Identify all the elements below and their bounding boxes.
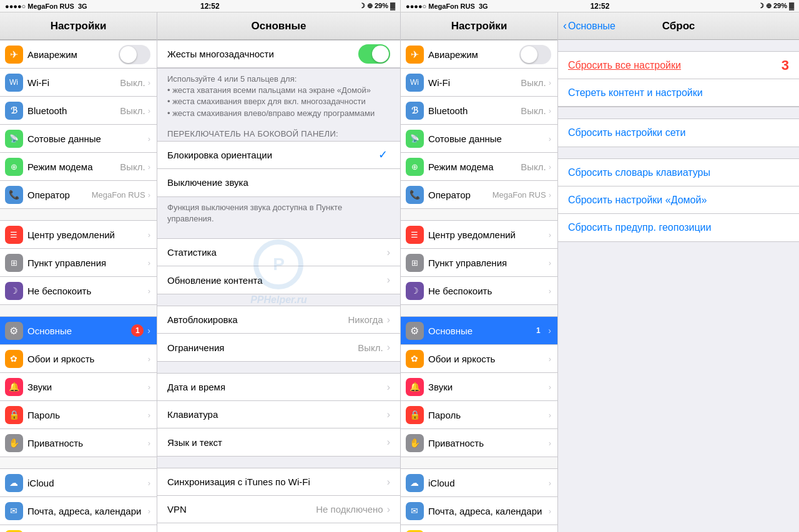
airplane-toggle[interactable] — [119, 45, 150, 64]
sidebar-item-privacy[interactable]: ✋ Приватность › — [0, 429, 157, 457]
stats-label: Статистика — [167, 247, 387, 258]
back-button[interactable]: ‹ Основные — [563, 19, 615, 32]
reset-network-row[interactable]: Сбросить настройки сети — [558, 119, 799, 147]
back-label: Основные — [568, 21, 615, 32]
p3-sidebar-item-icloud[interactable]: ☁ iCloud › — [401, 468, 557, 497]
panel4-title: Сброс — [662, 20, 695, 32]
p3-sidebar-item-mail[interactable]: ✉ Почта, адреса, календари › — [401, 497, 557, 525]
gesture-toggle[interactable] — [358, 44, 390, 64]
update-row[interactable]: Обновление контента › — [157, 266, 400, 294]
sidebar-item-operator[interactable]: 📞 Оператор MegaFon RUS › — [0, 181, 157, 209]
back-chevron-icon: ‹ — [563, 19, 567, 32]
p3-sidebar-item-privacy[interactable]: ✋ Приватность › — [401, 429, 557, 457]
p3-sidebar-item-passcode[interactable]: 🔒 Пароль › — [401, 401, 557, 429]
panel4-navbar: ‹ Основные Сброс — [558, 12, 799, 40]
autolock-row[interactable]: Автоблокировка Никогда › — [157, 306, 400, 334]
mute-note: Функция выключения звука доступна в Пунк… — [157, 197, 400, 227]
reset-location-row[interactable]: Сбросить предупр. геопозиции — [558, 214, 799, 241]
restrictions-value: Выкл. — [358, 342, 383, 353]
autolock-label: Автоблокировка — [167, 314, 348, 325]
p3-sidebar-item-sounds[interactable]: 🔔 Звуки › — [401, 373, 557, 401]
vpn-label: VPN — [167, 504, 316, 515]
p3-sidebar-item-nodisturb[interactable]: ☽ Не беспокоить › — [401, 277, 557, 305]
panel3-title: Настройки — [451, 20, 507, 32]
p3-sidebar-item-notes[interactable]: 📝 Заметки › — [401, 525, 557, 532]
p3-sidebar-item-operator[interactable]: 📞 Оператор MegaFon RUS › — [401, 181, 557, 209]
p3-sidebar-item-airplane[interactable]: ✈ Авиарежим — [401, 40, 557, 69]
p3-sidebar-item-notifications[interactable]: ☰ Центр уведомлений › — [401, 220, 557, 249]
reset-keyboard-row[interactable]: Сбросить словарь клавиатуры — [558, 159, 799, 186]
sidebar-item-general[interactable]: ⚙ Основные 1 › — [0, 316, 157, 345]
language-row[interactable]: Язык и текст › — [157, 428, 400, 456]
panel3-list: ✈ Авиарежим Wi Wi-Fi Выкл. › ℬ Bluetooth… — [401, 40, 557, 532]
restrictions-row[interactable]: Ограничения Выкл. › — [157, 334, 400, 361]
reset-home-label: Сбросить настройки «Домой» — [568, 195, 707, 206]
sidebar-item-notifications[interactable]: ☰ Центр уведомлений › — [0, 220, 157, 249]
gesture-label: Жесты многозадачности — [167, 49, 358, 59]
reset-location-label: Сбросить предупр. геопозиции — [568, 222, 711, 233]
panel1-list: ✈ Авиарежим Wi Wi-Fi Выкл. › ℬ Bluetooth… — [0, 40, 157, 532]
p3-general-badge: 1 — [532, 324, 544, 337]
p3-sidebar-item-general[interactable]: ⚙ Основные 1 › — [401, 316, 557, 345]
itunes-row[interactable]: Синхронизация с iTunes по Wi-Fi › — [157, 468, 400, 496]
restrictions-label: Ограничения — [167, 342, 358, 353]
status-time-2: 12:52 — [591, 2, 610, 11]
p3-sidebar-item-wallpaper[interactable]: ✿ Обои и яркость › — [401, 345, 557, 373]
panel4-content: Сбросить все настройки 3 Стереть контент… — [558, 40, 799, 532]
status-right-2: ☽ ⊕ 29% ▓ — [758, 2, 794, 10]
gesture-desc: Используйте 4 или 5 пальцев для: • жеста… — [157, 69, 400, 122]
stats-row[interactable]: Статистика › — [157, 239, 400, 266]
p3-sidebar-item-bluetooth[interactable]: ℬ Bluetooth Выкл. › — [401, 97, 557, 125]
sidebar-item-wifi[interactable]: Wi Wi-Fi Выкл. › — [0, 69, 157, 97]
autolock-value: Никогда — [348, 314, 383, 325]
sidebar-item-bluetooth[interactable]: ℬ Bluetooth Выкл. › — [0, 97, 157, 125]
status-time-1: 12:52 — [200, 2, 220, 11]
reset-home-row[interactable]: Сбросить настройки «Домой» — [558, 186, 799, 214]
status-right-1: ☽ ⊕ 29% ▓ — [359, 2, 395, 10]
erase-row[interactable]: Стереть контент и настройки — [558, 79, 799, 107]
reset-all-label: Сбросить все настройки — [568, 60, 779, 71]
datetime-label: Дата и время — [167, 382, 387, 392]
status-left-2: ●●●●○ MegaFon RUS 3G — [406, 2, 758, 10]
sidebar-item-wallpaper[interactable]: ✿ Обои и яркость › — [0, 345, 157, 373]
p3-sidebar-item-wifi[interactable]: Wi Wi-Fi Выкл. › — [401, 69, 557, 97]
p3-sidebar-item-hotspot[interactable]: ⊕ Режим модема Выкл. › — [401, 153, 557, 181]
general-badge: 1 — [131, 324, 144, 337]
vpn-row[interactable]: VPN Не подключено › — [157, 496, 400, 523]
itunes-label: Синхронизация с iTunes по Wi-Fi — [167, 476, 387, 487]
sidebar-item-icloud[interactable]: ☁ iCloud › — [0, 468, 157, 497]
status-left-1: ●●●●○ MegaFon RUS 3G — [5, 2, 359, 10]
gesture-row[interactable]: Жесты многозадачности — [157, 41, 400, 68]
sidebar-item-hotspot[interactable]: ⊕ Режим модема Выкл. › — [0, 153, 157, 181]
sidebar-item-passcode[interactable]: 🔒 Пароль › — [0, 401, 157, 429]
panel2-navbar: Основные — [157, 12, 400, 40]
side-switch-heading: ПЕРЕКЛЮЧАТЕЛЬ НА БОКОВОЙ ПАНЕЛИ: — [157, 122, 400, 141]
keyboard-row[interactable]: Клавиатура › — [157, 401, 400, 428]
panel1-navbar: Настройки — [0, 12, 157, 40]
p3-airplane-toggle[interactable] — [519, 45, 551, 64]
reset-network-label: Сбросить настройки сети — [568, 127, 685, 138]
sidebar-item-sounds[interactable]: 🔔 Звуки › — [0, 373, 157, 401]
panel2-content: Жесты многозадачности Используйте 4 или … — [157, 40, 400, 532]
sidebar-item-control[interactable]: ⊞ Пункт управления › — [0, 249, 157, 277]
language-label: Язык и текст — [167, 437, 387, 448]
step3-number: 3 — [782, 57, 789, 74]
sidebar-item-mail[interactable]: ✉ Почта, адреса, календари › — [0, 497, 157, 525]
profiles-row[interactable]: Профили Установлено: 3 › — [157, 523, 400, 532]
panel3-navbar: Настройки — [401, 12, 557, 40]
reset-all-row[interactable]: Сбросить все настройки 3 — [558, 52, 799, 79]
panel2-title: Основные — [251, 20, 306, 32]
orientation-lock-label: Блокировка ориентации — [167, 150, 378, 160]
vpn-value: Не подключено — [316, 504, 383, 515]
p3-sidebar-item-control[interactable]: ⊞ Пункт управления › — [401, 249, 557, 277]
p3-sidebar-item-cellular[interactable]: 📡 Сотовые данные › — [401, 125, 557, 153]
update-label: Обновление контента — [167, 275, 387, 286]
orientation-lock-row[interactable]: Блокировка ориентации ✓ — [157, 142, 400, 169]
sidebar-item-nodisturb[interactable]: ☽ Не беспокоить › — [0, 277, 157, 305]
mute-label: Выключение звука — [167, 177, 390, 188]
datetime-row[interactable]: Дата и время › — [157, 374, 400, 401]
sidebar-item-airplane[interactable]: ✈ Авиарежим — [0, 40, 157, 69]
sidebar-item-cellular[interactable]: 📡 Сотовые данные › — [0, 125, 157, 153]
sidebar-item-notes[interactable]: 📝 Заметки › — [0, 525, 157, 532]
mute-row[interactable]: Выключение звука — [157, 169, 400, 196]
